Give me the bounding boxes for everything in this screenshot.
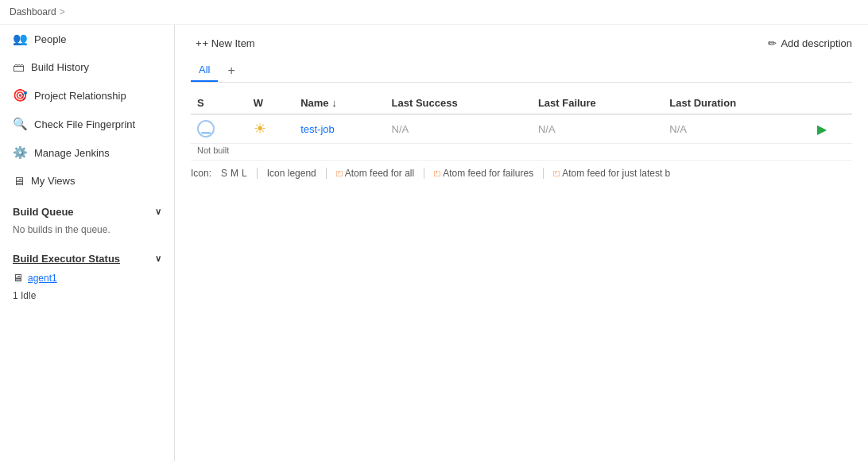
sidebar-item-my-views[interactable]: 🖥 My Views	[0, 167, 174, 195]
size-buttons: S M L	[221, 168, 247, 179]
new-item-label: + New Item	[203, 37, 255, 49]
cell-name: test-job	[294, 114, 385, 144]
not-built-label: Not built	[191, 144, 852, 160]
cell-run: ▶	[811, 114, 852, 144]
col-s: S	[191, 92, 247, 114]
divider-1	[257, 168, 258, 179]
build-executor-toggle[interactable]: ∨	[155, 254, 161, 264]
atom-feed-all-link[interactable]: ⏍ Atom feed for all	[336, 167, 414, 179]
build-queue-title: Build Queue	[13, 206, 74, 218]
cell-last-duration: N/A	[663, 114, 811, 144]
build-queue-empty: No builds in the queue.	[0, 221, 174, 242]
feed-all-icon: ⏍	[336, 167, 343, 179]
feed-latest-icon: ⏍	[553, 167, 560, 179]
breadcrumb-separator: >	[60, 6, 65, 17]
cell-status: ⚊	[191, 114, 247, 144]
people-icon: 👥	[13, 32, 28, 46]
sidebar-label-project-relationship: Project Relationship	[34, 90, 126, 102]
cell-weather: ☀	[247, 114, 295, 144]
cell-last-failure: N/A	[532, 114, 663, 144]
col-last-success: Last Success	[386, 92, 532, 114]
fingerprint-icon: 🔍	[13, 117, 28, 131]
icon-legend-link[interactable]: Icon legend	[267, 168, 316, 179]
atom-feed-latest-label: Atom feed for just latest b	[562, 168, 670, 179]
col-actions	[811, 92, 852, 114]
divider-4	[543, 168, 544, 179]
add-description-label: Add description	[781, 37, 852, 49]
sidebar-item-build-history[interactable]: 🗃 Build History	[0, 53, 174, 81]
sidebar-item-people[interactable]: 👥 People	[0, 25, 174, 53]
size-l-button[interactable]: L	[242, 168, 247, 179]
run-button[interactable]: ▶	[817, 122, 827, 137]
footer-row: Icon: S M L Icon legend ⏍ Atom feed for …	[191, 167, 852, 179]
agent-row: 🖥 agent1	[0, 268, 174, 288]
atom-feed-failures-link[interactable]: ⏍ Atom feed for failures	[434, 167, 533, 179]
add-description-button[interactable]: ✏ Add description	[768, 37, 852, 49]
col-w: W	[247, 92, 295, 114]
breadcrumb: Dashboard >	[0, 0, 868, 25]
sidebar-item-check-file-fingerprint[interactable]: 🔍 Check File Fingerprint	[0, 110, 174, 138]
build-executor-title[interactable]: Build Executor Status	[13, 253, 120, 265]
feed-failures-icon: ⏍	[434, 167, 440, 179]
last-duration-value: N/A	[669, 123, 687, 135]
jobs-table: S W Name ↓ Last Success Last Failure Las…	[191, 92, 852, 161]
icon-label: Icon:	[191, 168, 211, 179]
sidebar-label-manage-jenkins: Manage Jenkins	[34, 147, 110, 159]
sidebar-label-my-views: My Views	[31, 175, 75, 187]
monitor-small-icon: 🖥	[13, 272, 23, 284]
sidebar: 👥 People 🗃 Build History 🎯 Project Relat…	[0, 25, 175, 461]
not-built-status-icon: ⚊	[197, 120, 215, 138]
sidebar-label-check-file-fingerprint: Check File Fingerprint	[34, 118, 135, 130]
plus-icon: +	[196, 37, 202, 49]
new-item-button[interactable]: + + New Item	[191, 34, 260, 52]
idle-status: 1 Idle	[0, 288, 174, 311]
col-last-duration: Last Duration	[663, 92, 811, 114]
gear-icon: ⚙️	[13, 145, 28, 160]
col-last-failure: Last Failure	[532, 92, 663, 114]
cell-last-success: N/A	[386, 114, 532, 144]
sidebar-label-people: People	[34, 33, 66, 45]
project-relationship-icon: 🎯	[13, 88, 28, 103]
last-success-value: N/A	[392, 123, 409, 135]
pencil-icon: ✏	[768, 37, 777, 49]
table-header-row: S W Name ↓ Last Success Last Failure Las…	[191, 92, 852, 114]
atom-feed-failures-label: Atom feed for failures	[443, 168, 533, 179]
breadcrumb-dashboard[interactable]: Dashboard	[10, 6, 56, 17]
not-built-row: Not built	[191, 144, 852, 161]
tab-add-button[interactable]: +	[223, 61, 239, 80]
weather-sunny-icon: ☀	[254, 121, 266, 137]
atom-feed-latest-link[interactable]: ⏍ Atom feed for just latest b	[553, 167, 670, 179]
build-executor-section: Build Executor Status ∨	[0, 242, 174, 268]
divider-2	[326, 168, 327, 179]
size-m-button[interactable]: M	[231, 168, 238, 179]
monitor-icon: 🖥	[13, 174, 25, 188]
job-link-test-job[interactable]: test-job	[300, 123, 335, 135]
build-queue-toggle[interactable]: ∨	[155, 207, 161, 217]
tab-all[interactable]: All	[191, 59, 218, 82]
main-toolbar: + + New Item ✏ Add description	[191, 25, 852, 59]
table-row: ⚊ ☀ test-job N/A N/A N/A	[191, 114, 852, 144]
last-failure-value: N/A	[538, 123, 556, 135]
sidebar-label-build-history: Build History	[31, 61, 89, 73]
sidebar-item-manage-jenkins[interactable]: ⚙️ Manage Jenkins	[0, 138, 174, 167]
tabs-row: All +	[191, 59, 852, 83]
col-name[interactable]: Name ↓	[294, 92, 385, 114]
agent-link[interactable]: agent1	[28, 273, 57, 284]
sidebar-item-project-relationship[interactable]: 🎯 Project Relationship	[0, 81, 174, 110]
divider-3	[424, 168, 424, 179]
main-content: + + New Item ✏ Add description All + S W…	[175, 25, 868, 461]
build-queue-section: Build Queue ∨	[0, 195, 174, 221]
atom-feed-all-label: Atom feed for all	[345, 168, 414, 179]
build-history-icon: 🗃	[13, 60, 25, 74]
size-s-button[interactable]: S	[221, 168, 227, 179]
